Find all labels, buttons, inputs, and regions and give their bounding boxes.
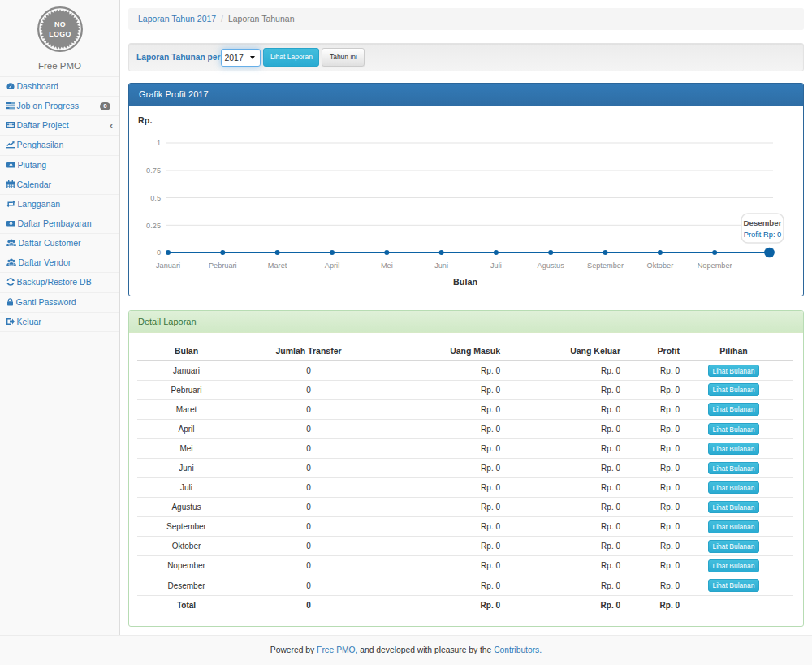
- svg-text:Januari: Januari: [156, 261, 180, 270]
- svg-text:0.25: 0.25: [146, 222, 161, 230]
- svg-text:LOGO: LOGO: [49, 30, 71, 38]
- svg-text:Maret: Maret: [268, 261, 287, 270]
- svg-text:Mei: Mei: [381, 261, 393, 270]
- svg-text:April: April: [325, 261, 339, 270]
- svg-text:Bulan: Bulan: [453, 277, 477, 287]
- svg-text:Profit Rp: 0: Profit Rp: 0: [744, 231, 782, 239]
- svg-text:NO: NO: [54, 20, 65, 28]
- svg-text:0.75: 0.75: [146, 166, 161, 175]
- svg-text:Rp.: Rp.: [138, 115, 152, 125]
- svg-text:0: 0: [157, 248, 161, 257]
- svg-text:September: September: [587, 261, 624, 270]
- svg-text:Desember: Desember: [744, 218, 782, 227]
- svg-text:1: 1: [157, 139, 161, 147]
- svg-text:Juni: Juni: [434, 261, 448, 270]
- svg-text:0.5: 0.5: [150, 194, 161, 202]
- svg-text:Agustus: Agustus: [538, 261, 565, 270]
- svg-text:Juli: Juli: [490, 261, 502, 270]
- svg-text:Nopember: Nopember: [698, 261, 732, 270]
- svg-text:Oktober: Oktober: [647, 261, 674, 270]
- svg-text:Pebruari: Pebruari: [209, 261, 237, 270]
